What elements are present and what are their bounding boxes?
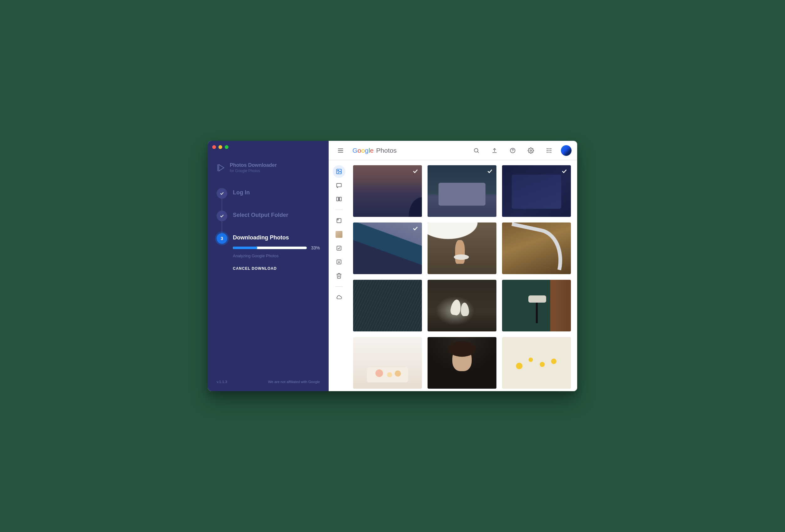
step-login[interactable]: Log In (217, 188, 320, 211)
svg-point-5 (474, 148, 478, 152)
step-login-indicator (217, 188, 227, 199)
svg-rect-26 (337, 219, 339, 220)
rail-people-thumb[interactable] (333, 228, 345, 240)
progress-status: Analyzing Google Photos (233, 253, 320, 258)
photo-thumb[interactable] (353, 223, 422, 274)
app-disclaimer: We are not affiliated with Google (268, 380, 320, 384)
photo-grid-scroll[interactable] (349, 160, 577, 391)
google-photos-pane: Google Photos (329, 141, 577, 391)
rail-favorites-icon[interactable] (333, 242, 345, 254)
photo-thumb[interactable] (428, 280, 497, 331)
step-downloading-number: 3 (221, 236, 223, 241)
step-login-label: Log In (233, 188, 250, 196)
account-avatar[interactable] (561, 145, 572, 156)
window-close-button[interactable] (212, 145, 216, 149)
svg-point-18 (547, 152, 548, 153)
window-minimize-button[interactable] (219, 145, 222, 149)
google-photos-logo[interactable]: Google Photos (352, 147, 397, 154)
cancel-download-button[interactable]: CANCEL DOWNLOAD (233, 266, 277, 271)
progress-bar-fill (233, 247, 257, 249)
search-icon[interactable] (470, 144, 483, 157)
help-icon[interactable] (506, 144, 519, 157)
progress-bar (233, 247, 307, 249)
step-output-folder-label: Select Output Folder (233, 211, 288, 219)
photo-thumb[interactable] (353, 337, 422, 389)
svg-point-17 (550, 150, 551, 151)
photo-thumb[interactable] (502, 337, 571, 389)
gp-body (329, 160, 577, 391)
svg-point-10 (512, 151, 513, 152)
gp-topbar: Google Photos (329, 141, 577, 160)
rail-sharing-icon[interactable] (333, 179, 345, 192)
photo-thumb[interactable] (428, 337, 497, 389)
rail-library-icon[interactable] (333, 193, 345, 205)
svg-point-19 (548, 152, 549, 153)
app-titles: Photos Downloader for Google Photos (230, 162, 277, 173)
photo-thumb[interactable] (502, 280, 571, 331)
step-downloading-indicator: 3 (217, 233, 227, 244)
svg-point-14 (550, 148, 551, 149)
download-progress: 33% Analyzing Google Photos CANCEL DOWNL… (233, 245, 320, 271)
svg-point-11 (530, 150, 532, 151)
menu-icon[interactable] (334, 144, 347, 157)
app-version: v.1.1.3 (217, 380, 227, 384)
rail-albums-icon[interactable] (333, 214, 345, 227)
svg-line-6 (478, 151, 479, 153)
check-icon (412, 225, 419, 232)
apps-icon[interactable] (543, 144, 555, 157)
photo-thumb[interactable] (353, 165, 422, 217)
rail-archive-icon[interactable] (333, 256, 345, 268)
progress-percent: 33% (311, 245, 320, 250)
svg-point-15 (547, 150, 548, 151)
svg-point-16 (548, 150, 549, 151)
svg-rect-23 (337, 183, 341, 187)
photo-thumb[interactable] (502, 223, 571, 274)
step-output-folder-indicator (217, 211, 227, 221)
rail-cloud-icon[interactable] (333, 291, 345, 304)
svg-point-22 (338, 170, 339, 171)
gear-icon[interactable] (525, 144, 537, 157)
photo-thumb[interactable] (502, 165, 571, 217)
step-output-folder[interactable]: Select Output Folder (217, 211, 320, 233)
svg-point-13 (548, 148, 549, 149)
svg-rect-27 (337, 246, 341, 250)
check-icon (412, 168, 419, 175)
photo-thumb[interactable] (428, 165, 497, 217)
sidebar-footer: v.1.1.3 We are not affiliated with Googl… (208, 380, 329, 391)
check-icon (561, 168, 568, 175)
sidebar: Photos Downloader for Google Photos Log … (208, 141, 329, 391)
photo-grid (353, 165, 571, 389)
google-photos-logo-text: Photos (376, 147, 397, 154)
app-window: Photos Downloader for Google Photos Log … (208, 141, 577, 391)
gp-nav-rail (329, 160, 349, 391)
rail-photos-icon[interactable] (333, 165, 345, 178)
check-icon (486, 168, 493, 175)
svg-point-20 (550, 152, 551, 153)
window-zoom-button[interactable] (225, 145, 228, 149)
step-downloading: 3 Downloading Photos 33% Analyzing Googl (217, 233, 320, 271)
step-downloading-label: Downloading Photos (233, 233, 320, 241)
window-controls (212, 145, 228, 149)
svg-point-12 (547, 148, 548, 149)
people-thumb-icon (335, 231, 343, 238)
app-subtitle: for Google Photos (230, 169, 277, 173)
step-list: Log In Select Output Folder 3 Downloadin… (208, 188, 329, 271)
photo-thumb[interactable] (428, 223, 497, 274)
app-title: Photos Downloader (230, 162, 277, 168)
rail-trash-icon[interactable] (333, 270, 345, 282)
upload-icon[interactable] (488, 144, 501, 157)
app-logo-icon (217, 163, 225, 172)
svg-marker-0 (219, 164, 224, 171)
photo-thumb[interactable] (353, 280, 422, 331)
